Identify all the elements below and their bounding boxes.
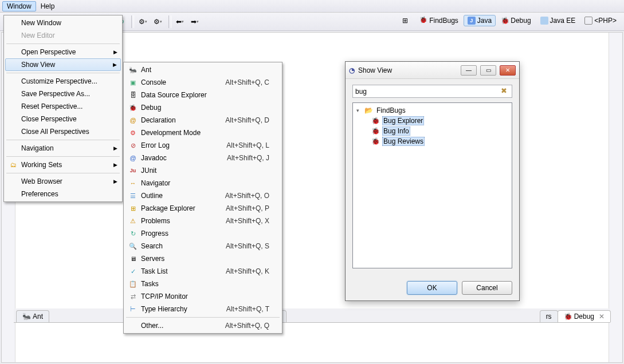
- submenu-view-item[interactable]: Debug: [125, 101, 281, 114]
- submenu-view-item[interactable]: OutlineAlt+Shift+Q, O: [125, 189, 281, 202]
- menu-window[interactable]: Window: [2, 1, 36, 11]
- submenu-view-item[interactable]: Ant: [125, 64, 281, 76]
- submenu-view-item[interactable]: Progress: [125, 227, 281, 240]
- menu-working-sets[interactable]: Working Sets▶: [5, 159, 121, 171]
- dialog-title: Show View: [358, 66, 392, 74]
- view-icon: [128, 254, 138, 263]
- submenu-label: Debug: [141, 104, 161, 112]
- submenu-view-item[interactable]: DeclarationAlt+Shift+Q, D: [125, 114, 281, 126]
- view-icon: [128, 267, 138, 276]
- view-tab-ant[interactable]: Ant: [16, 310, 49, 322]
- shortcut-label: Alt+Shift+Q, K: [226, 267, 269, 275]
- filter-input[interactable]: [352, 85, 512, 98]
- view-icon: [128, 65, 138, 74]
- menu-web-browser[interactable]: Web Browser▶: [5, 175, 121, 188]
- shortcut-label: Alt+Shift+Q, X: [226, 217, 269, 225]
- submenu-view-item[interactable]: ConsoleAlt+Shift+Q, C: [125, 76, 281, 89]
- submenu-label: Development Mode: [141, 129, 201, 137]
- view-icon: [128, 116, 138, 125]
- submenu-label: Type Hierarchy: [141, 305, 187, 313]
- view-icon: [128, 153, 138, 163]
- toolbar-ext2-icon[interactable]: ▾: [152, 15, 165, 28]
- submenu-label: Declaration: [141, 116, 176, 124]
- view-icon: [128, 128, 138, 137]
- perspective-debug[interactable]: Debug: [497, 15, 535, 26]
- submenu-view-item[interactable]: Error LogAlt+Shift+Q, L: [125, 139, 281, 152]
- shortcut-label: Alt+Shift+Q, C: [225, 78, 269, 86]
- minimize-button[interactable]: —: [461, 65, 477, 76]
- maximize-button[interactable]: ▭: [480, 65, 496, 76]
- submenu-view-item[interactable]: TCP/IP Monitor: [125, 290, 281, 303]
- menu-separator: [6, 173, 120, 173]
- view-tab-servers[interactable]: rs: [540, 310, 558, 322]
- folder-icon: [364, 106, 373, 114]
- menu-close-perspective[interactable]: Close Perspective: [5, 113, 121, 125]
- submenu-view-item[interactable]: Type HierarchyAlt+Shift+Q, T: [125, 303, 281, 315]
- cancel-button[interactable]: Cancel: [462, 281, 512, 295]
- ok-button[interactable]: OK: [407, 281, 457, 295]
- menu-close-all-perspectives[interactable]: Close All Perspectives: [5, 125, 121, 138]
- tree-node-bug-reviews[interactable]: Bug Reviews: [371, 136, 508, 147]
- close-icon[interactable]: ✕: [599, 312, 605, 321]
- toolbar-ext1-icon[interactable]: ▾: [138, 15, 150, 28]
- tree-node-bug-explorer[interactable]: Bug Explorer: [371, 116, 508, 126]
- submenu-view-item[interactable]: Development Mode: [125, 126, 281, 139]
- submenu-label: Tasks: [141, 280, 159, 288]
- submenu-view-item[interactable]: Tasks: [125, 278, 281, 290]
- clear-filter-icon[interactable]: ✖: [501, 86, 510, 96]
- view-icon: [128, 204, 138, 213]
- menu-reset-perspective[interactable]: Reset Perspective...: [5, 100, 121, 113]
- perspective-java[interactable]: Java: [464, 15, 496, 26]
- expand-icon[interactable]: ▾: [356, 108, 362, 113]
- submenu-label: Progress: [141, 230, 168, 238]
- tree-node-findbugs[interactable]: ▾ FindBugs: [356, 105, 508, 116]
- view-tree[interactable]: ▾ FindBugs Bug Explorer Bug Info Bug Rev…: [352, 102, 512, 268]
- menu-separator: [6, 73, 120, 73]
- menu-help[interactable]: Help: [36, 1, 60, 11]
- view-icon: [128, 242, 138, 251]
- tree-node-bug-info[interactable]: Bug Info: [371, 126, 508, 136]
- submenu-view-item[interactable]: ProblemsAlt+Shift+Q, X: [125, 215, 281, 227]
- perspective-php[interactable]: <PHP>: [580, 15, 621, 26]
- menu-open-perspective[interactable]: Open Perspective▶: [5, 46, 121, 58]
- menu-separator: [6, 43, 120, 44]
- shortcut-label: Alt+Shift+Q, J: [227, 154, 269, 162]
- submenu-view-item[interactable]: Package ExplorerAlt+Shift+Q, P: [125, 202, 281, 215]
- submenu-label: Javadoc: [141, 154, 167, 162]
- submenu-view-item[interactable]: JUnit: [125, 164, 281, 177]
- view-icon: [128, 191, 138, 200]
- perspective-label: Java EE: [550, 17, 576, 25]
- view-tab-debug[interactable]: Debug✕: [558, 310, 611, 322]
- submenu-view-item[interactable]: Servers: [125, 252, 281, 265]
- menu-new-window[interactable]: New Window: [5, 17, 121, 29]
- perspective-findbugs[interactable]: FindBugs: [415, 15, 462, 26]
- shortcut-label: Alt+Shift+Q, T: [226, 305, 269, 313]
- open-perspective-button[interactable]: ⊞: [398, 15, 414, 26]
- dialog-titlebar[interactable]: Show View — ▭ ✕: [346, 62, 519, 79]
- submenu-view-item[interactable]: Navigator: [125, 177, 281, 189]
- menu-customize-perspective[interactable]: Customize Perspective...: [5, 75, 121, 88]
- toolbar-back-icon[interactable]: ⬅▾: [175, 15, 187, 28]
- bottom-view-tabstrip: Ant nit Progress rs Debug✕: [14, 308, 610, 323]
- submenu-view-item[interactable]: SearchAlt+Shift+Q, S: [125, 240, 281, 252]
- menu-save-perspective-as[interactable]: Save Perspective As...: [5, 88, 121, 100]
- eclipse-icon: [349, 66, 355, 74]
- toolbar-fwd-icon[interactable]: ➡▾: [190, 15, 202, 28]
- submenu-view-item[interactable]: Task ListAlt+Shift+Q, K: [125, 265, 281, 278]
- perspective-switcher: ⊞ FindBugs Java Debug Java EE <PHP>: [398, 15, 621, 26]
- close-button[interactable]: ✕: [500, 65, 516, 76]
- submenu-view-item[interactable]: Data Source Explorer: [125, 89, 281, 101]
- menu-show-view[interactable]: Show View▶: [5, 58, 121, 71]
- submenu-view-item[interactable]: JavadocAlt+Shift+Q, J: [125, 152, 281, 164]
- submenu-label: Other...: [141, 322, 163, 330]
- menu-navigation[interactable]: Navigation▶: [5, 142, 121, 155]
- view-icon: [128, 103, 138, 112]
- submenu-label: JUnit: [141, 167, 156, 175]
- menu-separator: [126, 317, 280, 318]
- submenu-label: Servers: [141, 255, 164, 263]
- perspective-javaee[interactable]: Java EE: [536, 15, 580, 26]
- view-icon: [128, 292, 138, 301]
- submenu-other[interactable]: Other...Alt+Shift+Q, Q: [125, 319, 281, 332]
- shortcut-label: Alt+Shift+Q, O: [225, 192, 269, 200]
- menu-preferences[interactable]: Preferences: [5, 188, 121, 200]
